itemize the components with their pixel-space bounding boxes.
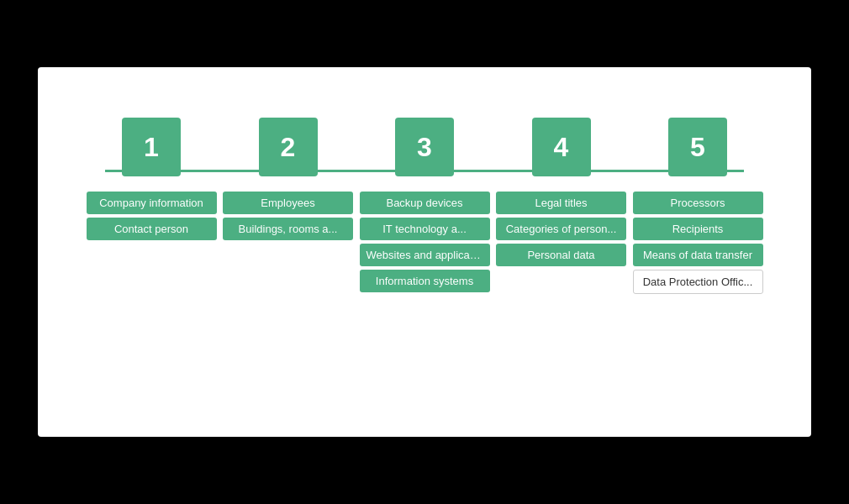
step-number-box-2[interactable]: 2: [259, 118, 318, 176]
step-5-item-2[interactable]: Means of data transfer: [633, 244, 763, 266]
step-number-box-1[interactable]: 1: [122, 118, 181, 176]
step-4-item-2[interactable]: Personal data: [496, 244, 626, 266]
step-col-3: 3Backup devicesIT technology a...Website…: [357, 118, 492, 292]
step-3-item-3[interactable]: Information systems: [360, 270, 490, 292]
step-items-3: Backup devicesIT technology a...Websites…: [360, 192, 490, 292]
step-col-2: 2EmployeesBuildings, rooms a...: [221, 118, 356, 240]
step-number-4: 4: [554, 132, 569, 163]
step-number-5: 5: [690, 132, 705, 163]
step-2-item-0[interactable]: Employees: [223, 192, 353, 214]
step-items-5: ProcessorsRecipientsMeans of data transf…: [633, 192, 763, 294]
steps-row: 1Company informationContact person2Emplo…: [38, 118, 811, 294]
step-2-item-1[interactable]: Buildings, rooms a...: [223, 218, 353, 240]
step-number-box-4[interactable]: 4: [532, 118, 591, 176]
step-number-1: 1: [144, 132, 159, 163]
step-col-4: 4Legal titlesCategories of person...Pers…: [494, 118, 629, 266]
step-items-1: Company informationContact person: [87, 192, 217, 240]
step-3-item-1[interactable]: IT technology a...: [360, 218, 490, 240]
step-number-3: 3: [417, 132, 432, 163]
step-3-item-2[interactable]: Websites and applications: [360, 244, 490, 266]
step-number-2: 2: [281, 132, 296, 163]
step-3-item-0[interactable]: Backup devices: [360, 192, 490, 214]
step-4-item-0[interactable]: Legal titles: [496, 192, 626, 214]
step-col-1: 1Company informationContact person: [84, 118, 219, 240]
step-number-box-3[interactable]: 3: [395, 118, 454, 176]
step-number-box-5[interactable]: 5: [668, 118, 727, 176]
step-items-4: Legal titlesCategories of person...Perso…: [496, 192, 626, 266]
diagram-container: 1Company informationContact person2Emplo…: [38, 67, 811, 437]
step-col-5: 5ProcessorsRecipientsMeans of data trans…: [630, 118, 765, 294]
step-1-item-0[interactable]: Company information: [87, 192, 217, 214]
step-5-item-1[interactable]: Recipients: [633, 218, 763, 240]
step-5-item-3[interactable]: Data Protection Offic...: [633, 270, 763, 294]
step-4-item-1[interactable]: Categories of person...: [496, 218, 626, 240]
step-items-2: EmployeesBuildings, rooms a...: [223, 192, 353, 240]
step-1-item-1[interactable]: Contact person: [87, 218, 217, 240]
step-5-item-0[interactable]: Processors: [633, 192, 763, 214]
